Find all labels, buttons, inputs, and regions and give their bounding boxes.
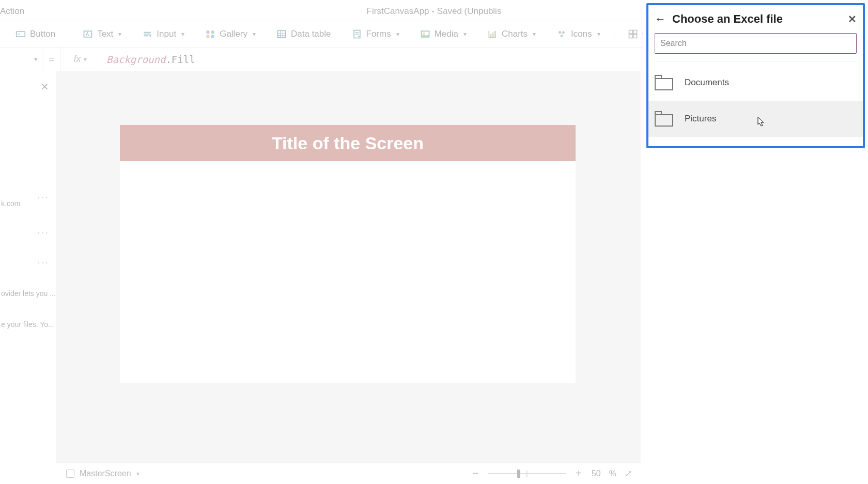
zoom-slider[interactable] xyxy=(488,469,566,479)
ribbon-charts-dropdown[interactable]: Charts ▾ xyxy=(478,26,545,42)
svg-point-4 xyxy=(150,35,151,37)
choose-excel-file-panel: ← Choose an Excel file ✕ Documents Pictu… xyxy=(643,0,868,484)
svg-point-18 xyxy=(561,35,563,37)
slider-thumb[interactable] xyxy=(517,470,520,478)
zoom-value: 50 xyxy=(592,469,601,478)
button-icon xyxy=(16,29,26,39)
charts-icon xyxy=(487,29,498,39)
more-icon[interactable]: ··· xyxy=(37,256,49,268)
media-icon xyxy=(420,29,430,39)
formula-token-property: .Fill xyxy=(165,54,195,65)
svg-rect-19 xyxy=(629,30,632,34)
ribbon-label: Input xyxy=(157,29,176,39)
svg-rect-8 xyxy=(211,35,214,38)
chevron-down-icon: ▾ xyxy=(253,30,256,38)
slider-tick xyxy=(526,471,528,477)
ribbon-text-dropdown[interactable]: A Text ▾ xyxy=(73,26,131,42)
ribbon-label: Media xyxy=(435,29,458,39)
chevron-down-icon: ▾ xyxy=(533,30,536,38)
folder-label: Pictures xyxy=(685,114,716,124)
chevron-down-icon: ▾ xyxy=(597,30,600,38)
equals-label: = xyxy=(42,48,61,71)
canvas-area[interactable]: Title of the Screen xyxy=(57,71,641,464)
svg-rect-15 xyxy=(494,31,496,37)
svg-rect-0 xyxy=(17,32,25,37)
canvas-screen[interactable]: Title of the Screen xyxy=(120,125,576,383)
close-icon[interactable]: ✕ xyxy=(40,81,49,93)
chevron-down-icon: ▾ xyxy=(34,55,38,63)
more-icon[interactable]: ··· xyxy=(37,226,49,238)
action-menu[interactable]: Action xyxy=(0,6,24,17)
ribbon-label: Icons xyxy=(571,29,592,39)
divider xyxy=(655,61,857,61)
ribbon-forms-dropdown[interactable]: Forms ▾ xyxy=(343,26,409,42)
ribbon-input-dropdown[interactable]: Input ▾ xyxy=(133,26,194,42)
ribbon-separator xyxy=(69,26,69,42)
screen-title-bar[interactable]: Title of the Screen xyxy=(120,125,576,161)
gallery-icon xyxy=(205,29,215,39)
svg-rect-9 xyxy=(278,30,286,37)
formula-input[interactable]: Background.Fill xyxy=(99,54,195,65)
fx-button[interactable]: fx ▾ xyxy=(61,48,99,71)
ribbon-label: Charts xyxy=(502,29,528,39)
svg-rect-7 xyxy=(207,35,210,38)
svg-rect-6 xyxy=(211,30,214,34)
back-arrow-icon[interactable]: ← xyxy=(655,12,666,26)
ribbon-label: Data table xyxy=(291,29,331,39)
folder-pictures[interactable]: Pictures xyxy=(648,101,863,137)
svg-rect-20 xyxy=(633,30,637,34)
forms-icon xyxy=(352,29,362,39)
svg-text:A: A xyxy=(86,32,89,37)
folder-icon xyxy=(655,75,673,90)
svg-rect-13 xyxy=(490,34,492,38)
ribbon-icons-dropdown[interactable]: Icons ▾ xyxy=(547,26,610,42)
ribbon-button-button[interactable]: Button xyxy=(6,26,65,42)
search-input[interactable] xyxy=(655,33,857,54)
expand-icon[interactable]: ⤢ xyxy=(625,468,632,479)
chevron-down-icon: ▾ xyxy=(181,30,184,38)
svg-point-17 xyxy=(562,31,565,34)
left-panel: ✕ k.com ··· ··· ··· ovider lets you ... … xyxy=(0,71,57,464)
mouse-cursor-icon xyxy=(757,117,765,127)
icons-icon xyxy=(556,29,567,39)
ribbon-label: Button xyxy=(30,29,55,39)
text-icon: A xyxy=(83,29,93,39)
chevron-down-icon: ▾ xyxy=(463,30,467,38)
fx-label: fx xyxy=(73,54,81,65)
property-selector[interactable]: ▾ xyxy=(0,48,42,71)
custom-icon xyxy=(628,29,638,39)
svg-rect-21 xyxy=(629,35,632,38)
panel-highlight-box: ← Choose an Excel file ✕ Documents Pictu… xyxy=(646,3,865,148)
folder-documents[interactable]: Documents xyxy=(648,65,863,101)
ribbon-label: Text xyxy=(97,29,113,39)
left-panel-item[interactable]: ovider lets you ... xyxy=(0,289,56,298)
formula-token-object: Background xyxy=(106,54,165,65)
status-bar: MasterScreen ▾ − + 50 % ⤢ xyxy=(57,462,641,484)
app-title: FirstCanvasApp - Saved (Unpublis xyxy=(367,6,502,17)
input-icon xyxy=(142,29,152,39)
ribbon-separator xyxy=(614,26,614,42)
zoom-in-button[interactable]: + xyxy=(574,467,583,479)
screen-name-label[interactable]: MasterScreen xyxy=(80,469,131,478)
ribbon-media-dropdown[interactable]: Media ▾ xyxy=(411,26,476,42)
screen-title-text: Title of the Screen xyxy=(272,133,424,153)
zoom-percent: % xyxy=(609,469,616,478)
ribbon-datatable-button[interactable]: Data table xyxy=(267,26,340,42)
ribbon-label: Forms xyxy=(366,29,391,39)
svg-point-12 xyxy=(423,33,425,34)
svg-point-1 xyxy=(18,34,20,35)
close-icon[interactable]: ✕ xyxy=(848,13,857,25)
panel-title: Choose an Excel file xyxy=(672,12,848,26)
folder-label: Documents xyxy=(685,77,729,88)
chevron-down-icon: ▾ xyxy=(118,30,121,38)
more-icon[interactable]: ··· xyxy=(37,191,49,203)
chevron-down-icon[interactable]: ▾ xyxy=(136,470,140,477)
svg-rect-5 xyxy=(207,30,210,34)
svg-rect-22 xyxy=(633,35,637,38)
panel-header: ← Choose an Excel file ✕ xyxy=(648,5,863,33)
zoom-out-button[interactable]: − xyxy=(471,467,480,479)
ribbon-gallery-dropdown[interactable]: Gallery ▾ xyxy=(196,26,265,42)
checkbox[interactable] xyxy=(66,470,74,478)
chevron-down-icon: ▾ xyxy=(396,30,399,38)
left-panel-item[interactable]: e your files. Yo... xyxy=(0,320,56,329)
